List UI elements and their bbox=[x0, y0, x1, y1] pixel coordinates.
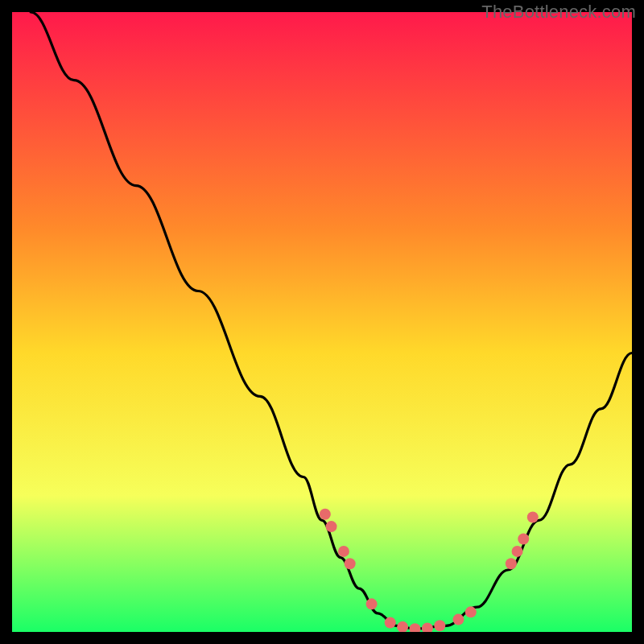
highlight-dot bbox=[512, 546, 523, 557]
highlight-dot bbox=[326, 521, 337, 532]
highlight-dot bbox=[338, 546, 349, 557]
highlight-dot bbox=[452, 614, 464, 625]
highlight-dot bbox=[320, 509, 331, 520]
gradient-background bbox=[12, 12, 632, 632]
highlight-dot bbox=[506, 558, 517, 569]
highlight-dot bbox=[385, 617, 396, 628]
highlight-dot bbox=[518, 534, 529, 545]
highlight-dot bbox=[465, 606, 477, 617]
highlight-dot bbox=[434, 620, 445, 631]
highlight-dot bbox=[366, 598, 378, 609]
chart-frame bbox=[12, 12, 632, 632]
highlight-dot bbox=[345, 558, 356, 569]
bottleneck-chart bbox=[12, 12, 632, 632]
watermark-text: TheBottleneck.com bbox=[481, 2, 636, 23]
highlight-dot bbox=[527, 512, 539, 523]
